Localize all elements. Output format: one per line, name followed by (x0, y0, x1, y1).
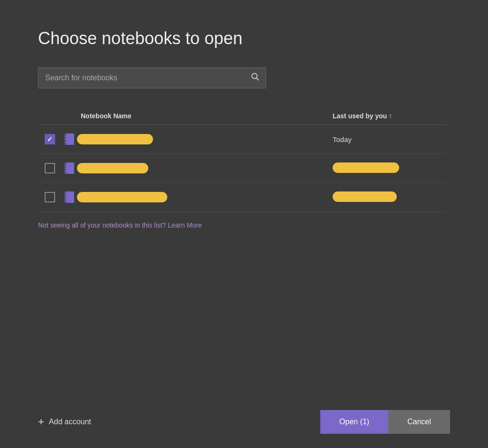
main-container: Choose notebooks to open Notebook Name L… (0, 0, 488, 448)
table-row: Today (38, 125, 447, 154)
notebook-icon-3 (62, 190, 77, 205)
table-row (38, 154, 447, 183)
last-used-text-1: Today (333, 135, 352, 143)
notebook-name-3 (77, 192, 167, 202)
table-row (38, 183, 447, 212)
notebook-name-2 (77, 163, 148, 173)
plus-icon: + (38, 416, 44, 428)
checkbox-area-2 (43, 163, 57, 173)
add-account-label: Add account (49, 418, 91, 426)
column-last-used-header: Last used by you ↑ (333, 112, 447, 120)
not-seeing-text: Not seeing all of your notebooks in this… (38, 221, 447, 229)
table-header: Notebook Name Last used by you ↑ (38, 107, 447, 125)
notebook-icon-1 (62, 132, 77, 147)
not-seeing-static: Not seeing all of your notebooks in this… (38, 221, 166, 229)
search-icon (251, 73, 259, 81)
checkbox-area-3 (43, 192, 57, 202)
search-input[interactable] (38, 67, 266, 88)
column-name-header: Notebook Name (43, 112, 333, 120)
open-button[interactable]: Open (1) (320, 410, 388, 434)
name-cell-1 (62, 132, 333, 147)
last-used-cell-2 (333, 162, 447, 174)
bottom-bar: + Add account Open (1) Cancel (0, 396, 488, 448)
action-buttons: Open (1) Cancel (320, 410, 450, 434)
notebook-icon-2 (62, 161, 77, 176)
page-title: Choose notebooks to open (38, 29, 450, 48)
last-used-blurred-2 (333, 162, 399, 173)
name-cell-2 (62, 161, 333, 176)
checkbox-area-1 (43, 134, 57, 144)
last-used-blurred-3 (333, 191, 397, 202)
last-used-cell-3 (333, 191, 447, 203)
row-checkbox-3[interactable] (45, 192, 55, 202)
add-account-button[interactable]: + Add account (38, 416, 91, 428)
search-button[interactable] (249, 71, 261, 86)
notebook-name-1 (77, 134, 153, 144)
svg-line-1 (257, 78, 259, 80)
cancel-button[interactable]: Cancel (388, 410, 450, 434)
notebook-table: Notebook Name Last used by you ↑ Today (38, 107, 447, 229)
row-checkbox-1[interactable] (45, 134, 55, 144)
name-cell-3 (62, 190, 333, 205)
last-used-cell-1: Today (333, 135, 447, 143)
row-checkbox-2[interactable] (45, 163, 55, 173)
learn-more-link[interactable]: Learn More (168, 221, 202, 229)
search-container (38, 67, 266, 88)
